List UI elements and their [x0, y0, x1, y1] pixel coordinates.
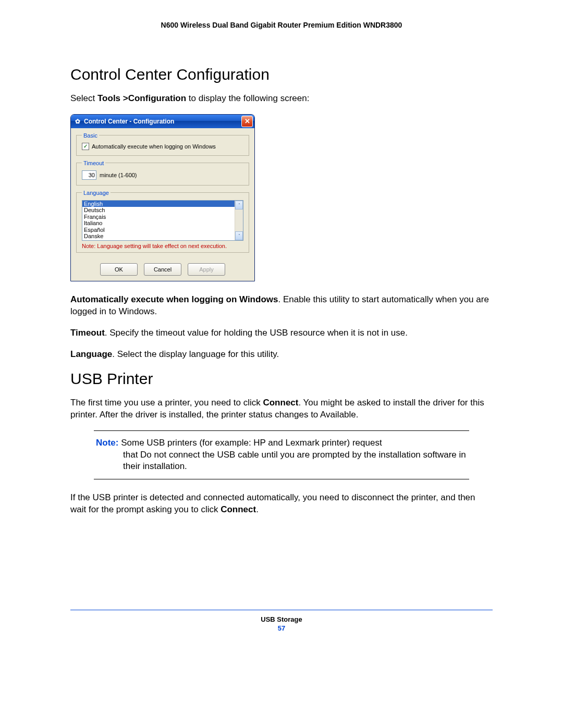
p2-bold: Connect	[221, 504, 256, 514]
note-block: Note: Some USB printers (for example: HP…	[94, 430, 469, 480]
timeout-input[interactable]	[82, 170, 96, 180]
desc-timeout: Timeout. Specify the timeout value for h…	[70, 327, 493, 339]
p1-a: The first time you use a printer, you ne…	[70, 398, 263, 408]
language-note: Note: Language setting will take effect …	[82, 243, 243, 249]
language-items: English Deutsch Français Italiano Españo…	[82, 201, 235, 240]
auto-execute-row[interactable]: ✓ Automatically execute when logging on …	[82, 143, 243, 150]
fieldset-timeout: Timeout minute (1-600)	[76, 160, 249, 186]
usb-printer-p2: If the USB printer is detected and conne…	[70, 492, 493, 516]
page-footer: USB Storage 57	[70, 615, 493, 632]
legend-timeout: Timeout	[82, 160, 105, 166]
fieldset-language: Language English Deutsch Français Italia…	[76, 190, 249, 253]
usb-printer-p1: The first time you use a printer, you ne…	[70, 397, 493, 421]
close-icon: ✕	[244, 117, 250, 125]
gear-icon: ✿	[74, 118, 81, 125]
desc-language: Language. Select the display language fo…	[70, 349, 493, 361]
lang-item-english[interactable]: English	[82, 201, 235, 207]
document-header: N600 Wireless Dual Band Gigabit Router P…	[70, 21, 493, 29]
apply-button[interactable]: Apply	[188, 263, 225, 276]
desc-auto-execute: Automatically execute when logging on Wi…	[70, 294, 493, 318]
lang-item-francais[interactable]: Français	[82, 214, 235, 220]
desc-language-bold: Language	[70, 349, 112, 359]
lang-item-deutsch[interactable]: Deutsch	[82, 207, 235, 214]
timeout-unit: minute (1-600)	[100, 172, 137, 178]
dialog-body: Basic ✓ Automatically execute when loggi…	[71, 128, 254, 281]
note-rest: that Do not connect the USB cable until …	[96, 449, 467, 473]
scroll-track[interactable]	[235, 209, 243, 231]
footer-section: USB Storage	[70, 615, 493, 623]
footer-page-number: 57	[70, 624, 493, 632]
desc-language-text: . Select the display language for this u…	[112, 349, 279, 359]
scroll-down-button[interactable]: ˅	[235, 231, 243, 240]
legend-language: Language	[82, 190, 111, 196]
desc-timeout-text: . Specify the timeout value for holding …	[105, 328, 408, 338]
p2-a: If the USB printer is detected and conne…	[70, 492, 475, 514]
p2-b: .	[256, 504, 259, 514]
lang-item-italiano[interactable]: Italiano	[82, 220, 235, 227]
lang-item-espanol[interactable]: Español	[82, 227, 235, 233]
note-hr-bottom	[94, 479, 469, 479]
intro-paragraph: Select Tools >Configuration to display t…	[70, 93, 493, 105]
close-button[interactable]: ✕	[241, 116, 253, 127]
fieldset-basic: Basic ✓ Automatically execute when loggi…	[76, 132, 249, 156]
desc-auto-bold: Automatically execute when logging on Wi…	[70, 294, 278, 304]
p1-bold: Connect	[263, 398, 298, 408]
check-icon: ✓	[83, 143, 88, 149]
legend-basic: Basic	[82, 132, 99, 139]
heading-usb-printer: USB Printer	[70, 370, 493, 388]
note-first-line: Some USB printers (for example: HP and L…	[118, 438, 382, 448]
intro-bold: Tools >Configuration	[97, 93, 186, 103]
cancel-button[interactable]: Cancel	[144, 263, 181, 276]
config-dialog: ✿ Control Center - Configuration ✕ Basic…	[70, 114, 255, 281]
dialog-titlebar: ✿ Control Center - Configuration ✕	[71, 115, 254, 128]
scroll-up-button[interactable]: ˄	[235, 201, 243, 209]
intro-prefix: Select	[70, 93, 97, 103]
desc-timeout-bold: Timeout	[70, 328, 105, 338]
auto-execute-checkbox[interactable]: ✓	[82, 143, 89, 150]
note-label: Note:	[96, 438, 118, 448]
dialog-title: Control Center - Configuration	[84, 118, 241, 125]
lang-item-danske[interactable]: Danske	[82, 233, 235, 240]
auto-execute-label: Automatically execute when logging on Wi…	[92, 143, 216, 150]
language-listbox[interactable]: English Deutsch Français Italiano Españo…	[82, 200, 243, 241]
footer-divider	[70, 610, 493, 610]
heading-control-center: Control Center Configuration	[70, 66, 493, 83]
listbox-scrollbar[interactable]: ˄ ˅	[235, 201, 243, 240]
note-content: Note: Some USB printers (for example: HP…	[94, 431, 469, 479]
ok-button[interactable]: OK	[100, 263, 138, 276]
intro-suffix: to display the following screen:	[186, 93, 309, 103]
dialog-button-row: OK Cancel Apply	[76, 263, 249, 276]
